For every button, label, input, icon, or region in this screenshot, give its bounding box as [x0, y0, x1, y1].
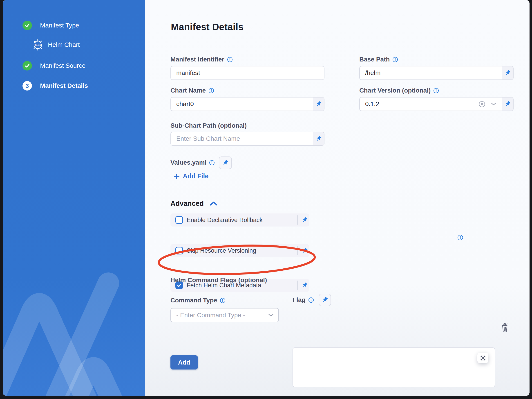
flag-textarea[interactable] — [296, 350, 479, 385]
flag-label: Flag — [292, 296, 314, 304]
sidebar-step-manifest-details[interactable]: 3 Manifest Details — [22, 81, 88, 91]
helm-chart-icon: HELM — [32, 39, 44, 51]
divider — [297, 215, 298, 225]
values-yaml-label: Values.yaml — [171, 159, 215, 166]
select-placeholder: - Enter Command Type - — [176, 312, 245, 319]
checkbox-label: Enable Declarative Rollback — [187, 217, 263, 224]
manifest-identifier-input[interactable] — [171, 66, 324, 79]
step-label: Manifest Type — [40, 22, 79, 29]
base-path-label: Base Path — [359, 56, 398, 63]
checkbox-unchecked[interactable] — [175, 247, 183, 255]
pin-icon — [316, 136, 322, 142]
checkbox-unchecked[interactable] — [175, 216, 183, 224]
option-row-skip-resource-versioning: Skip Resource Versioning — [171, 244, 309, 257]
divider — [297, 246, 298, 255]
runtime-input-pin-button[interactable] — [300, 213, 309, 227]
add-button[interactable]: Add — [171, 355, 198, 370]
pin-icon — [222, 159, 229, 166]
step-label: Manifest Source — [40, 62, 85, 69]
base-path-input-box — [359, 66, 513, 80]
command-type-select[interactable]: - Enter Command Type - — [171, 308, 279, 322]
pin-icon — [302, 282, 308, 288]
runtime-input-pin-button[interactable] — [300, 244, 309, 257]
advanced-section-header[interactable]: Advanced — [171, 199, 218, 208]
step-complete-icon — [22, 21, 32, 30]
info-icon[interactable] — [220, 298, 226, 303]
sidebar-item-helm-chart[interactable]: HELM Helm Chart — [32, 39, 80, 51]
sub-chart-path-input-box — [171, 132, 324, 146]
info-icon[interactable] — [392, 57, 398, 62]
step-complete-icon — [22, 61, 32, 71]
clear-icon[interactable] — [479, 101, 485, 107]
page-title: Manifest Details — [171, 22, 244, 33]
info-icon[interactable] — [209, 88, 214, 93]
manifest-details-dialog: Manifest Type HELM — [3, 0, 530, 396]
info-icon[interactable] — [308, 297, 314, 303]
manifest-identifier-label: Manifest Identifier — [171, 56, 233, 63]
divider — [297, 281, 298, 290]
runtime-input-pin-button[interactable] — [502, 66, 513, 79]
svg-text:HELM: HELM — [34, 43, 42, 47]
chevron-down-icon[interactable] — [491, 102, 496, 106]
command-type-label: Command Type — [171, 297, 226, 304]
info-icon[interactable] — [433, 88, 439, 93]
sub-chart-path-label: Sub-Chart Path (optional) — [171, 122, 247, 129]
checkbox-label: Skip Resource Versioning — [187, 247, 256, 254]
harness-logo-watermark — [3, 270, 145, 396]
expand-icon[interactable] — [477, 353, 488, 363]
chevron-down-icon — [268, 314, 273, 317]
pin-icon — [302, 248, 308, 254]
chart-name-input[interactable] — [171, 98, 313, 111]
info-icon[interactable] — [457, 235, 463, 241]
pin-icon — [505, 101, 511, 107]
sidebar-step-manifest-type[interactable]: Manifest Type — [22, 21, 79, 30]
option-row-enable-declarative-rollback: Enable Declarative Rollback — [171, 213, 309, 227]
helm-command-flags-label: Helm Command Flags (optional) — [171, 276, 267, 284]
runtime-input-pin-button[interactable] — [502, 98, 513, 111]
sidebar-step-manifest-source[interactable]: Manifest Source — [22, 61, 85, 71]
sub-chart-path-input[interactable] — [171, 132, 313, 145]
helm-chart-label: Helm Chart — [48, 41, 80, 48]
step-number-badge: 3 — [22, 81, 32, 91]
wizard-sidebar: Manifest Type HELM — [3, 0, 145, 396]
runtime-input-pin-button[interactable] — [313, 132, 324, 145]
step-label: Manifest Details — [40, 82, 88, 89]
dialog-body: Manifest Details Manifest Identifier Bas… — [145, 0, 530, 396]
chart-name-label: Chart Name — [171, 87, 214, 94]
chart-version-input[interactable] — [360, 98, 479, 111]
base-path-input[interactable] — [360, 66, 502, 79]
pin-icon — [316, 101, 322, 107]
pin-icon — [322, 297, 328, 303]
manifest-identifier-input-box — [171, 66, 324, 80]
trash-icon[interactable] — [501, 323, 509, 332]
values-yaml-pin-button[interactable] — [219, 157, 232, 169]
pin-icon — [505, 70, 511, 76]
chart-version-label: Chart Version (optional) — [359, 87, 439, 94]
chart-name-input-box — [171, 97, 324, 111]
chart-version-input-box — [359, 97, 513, 111]
pin-icon — [302, 217, 308, 223]
flag-pin-button[interactable] — [319, 294, 331, 306]
plus-icon — [174, 173, 180, 179]
flag-textarea-box — [292, 347, 495, 387]
add-file-button[interactable]: Add File — [174, 172, 209, 180]
runtime-input-pin-button[interactable] — [300, 279, 309, 292]
info-icon[interactable] — [227, 57, 233, 62]
info-icon[interactable] — [209, 160, 215, 165]
runtime-input-pin-button[interactable] — [313, 98, 324, 111]
chevron-up-icon — [209, 201, 218, 206]
